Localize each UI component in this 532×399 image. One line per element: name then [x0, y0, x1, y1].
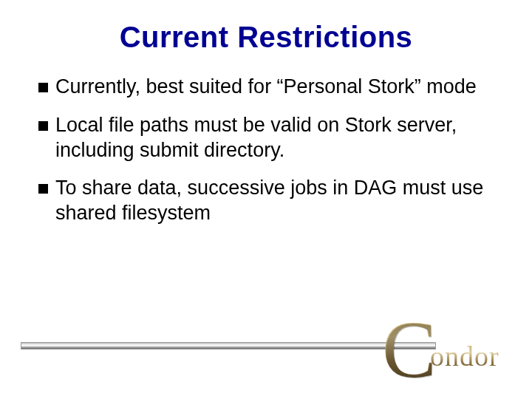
- bullet-list: Currently, best suited for “Personal Sto…: [38, 75, 495, 226]
- bullet-marker-icon: [38, 121, 48, 131]
- bullet-marker-icon: [38, 184, 48, 194]
- bullet-text: Local file paths must be valid on Stork …: [55, 113, 495, 163]
- divider-bar: [21, 342, 436, 349]
- bullet-text: Currently, best suited for “Personal Sto…: [55, 75, 495, 100]
- logo-rest: ondor: [430, 340, 499, 372]
- list-item: Currently, best suited for “Personal Sto…: [38, 75, 495, 100]
- logo-initial: C: [382, 309, 436, 390]
- list-item: Local file paths must be valid on Stork …: [38, 113, 495, 163]
- slide-title: Current Restrictions: [0, 21, 532, 54]
- list-item: To share data, successive jobs in DAG mu…: [38, 176, 495, 226]
- bullet-text: To share data, successive jobs in DAG mu…: [55, 176, 495, 226]
- slide: Current Restrictions Currently, best sui…: [0, 21, 532, 399]
- bullet-marker-icon: [38, 83, 48, 92]
- condor-logo: C ondor: [386, 316, 519, 386]
